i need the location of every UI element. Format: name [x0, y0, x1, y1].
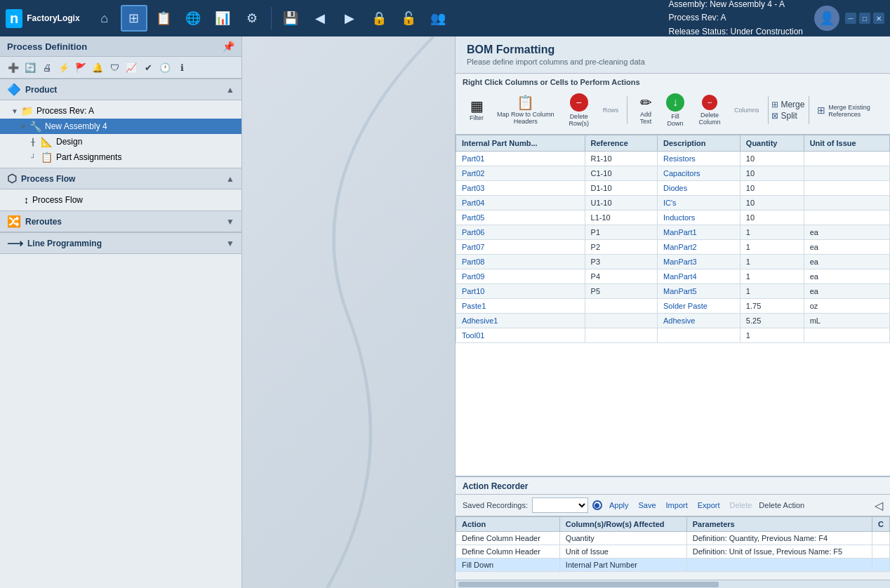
delete-button[interactable]: Delete — [727, 500, 755, 511]
ar-col-c: C — [872, 517, 890, 532]
table-row[interactable]: Part05L1-10Inductors10 — [456, 211, 890, 225]
table-row[interactable]: Part01R1-10Resistors10 — [456, 152, 890, 166]
filter-label: Filter — [470, 114, 484, 121]
product-section-header[interactable]: 🔷 Product ▲ — [0, 79, 241, 100]
tree-item-process-rev[interactable]: ▼ 📁 Process Rev: A — [0, 103, 241, 119]
settings-icon[interactable]: ⚙ — [239, 5, 265, 32]
design-icon: 📐 — [41, 136, 53, 147]
delete-rows-icon: − — [570, 93, 588, 112]
check-btn[interactable]: ✔ — [140, 60, 156, 75]
saved-recordings-select[interactable] — [532, 497, 588, 513]
split-icon: ⊠ — [771, 111, 778, 121]
filter-button[interactable]: ▦ Filter — [463, 96, 491, 124]
saved-recordings-label: Saved Recordings: — [463, 501, 528, 509]
refresh-btn[interactable]: 🔄 — [22, 60, 38, 75]
user-admin-icon[interactable]: 👥 — [425, 5, 451, 32]
reroutes-section-header[interactable]: 🔀 Reroutes ▼ — [0, 211, 241, 232]
bom-header: BOM Formatting Please define import colu… — [456, 36, 890, 74]
table-row[interactable]: Part02C1-10Capacitors10 — [456, 166, 890, 181]
bolt-btn[interactable]: ⚡ — [56, 60, 72, 75]
process-flow-section-header[interactable]: ⬡ Process Flow ▲ — [0, 168, 241, 189]
expand-icon: ▼ — [11, 107, 21, 115]
table-row[interactable]: Part07P2ManPart21ea — [456, 240, 890, 255]
import-icon[interactable]: 📋 — [150, 5, 177, 32]
table-row[interactable]: Tool011 — [456, 328, 890, 343]
delete-col-label: Delete Column — [695, 112, 724, 126]
import-button[interactable]: Import — [663, 500, 691, 511]
bom-subtitle: Please define import columns and pre-cle… — [467, 58, 879, 66]
apply-button[interactable]: Apply — [606, 500, 632, 511]
process-flow-arrow-icon: ▲ — [226, 174, 234, 184]
apply-radio[interactable] — [592, 500, 602, 510]
bom-table-container[interactable]: Internal Part Numb... Reference Descript… — [456, 135, 890, 476]
pin-icon[interactable]: 📌 — [222, 41, 234, 52]
process-canvas: Load Design Files Set CAD Options: Set t… — [242, 36, 455, 588]
ar-table-row[interactable]: Fill DownInternal Part Number — [456, 559, 890, 572]
chart-btn[interactable]: 📈 — [124, 60, 139, 75]
table-row[interactable]: Part03D1-10Diodes10 — [456, 181, 890, 196]
minimize-button[interactable]: ─ — [845, 13, 856, 24]
close-button[interactable]: ✕ — [873, 13, 884, 24]
ar-horizontal-scroll[interactable] — [456, 580, 890, 588]
bell-btn[interactable]: 🔔 — [90, 60, 105, 75]
table-row[interactable]: Part04U1-10IC's10 — [456, 196, 890, 211]
print-btn[interactable]: 🖨 — [39, 60, 55, 75]
ar-table-body: Define Column HeaderQuantityDefinition: … — [456, 532, 890, 572]
add-btn[interactable]: ➕ — [6, 60, 21, 75]
table-row[interactable]: Part10P5ManPart51ea — [456, 284, 890, 299]
table-row[interactable]: Part06P1ManPart11ea — [456, 225, 890, 240]
line-programming-section-header[interactable]: ⟶ Line Programming ▼ — [0, 232, 241, 254]
grid-icon[interactable]: ⊞ — [121, 5, 147, 32]
delete-col-button[interactable]: − Delete Column — [691, 92, 729, 128]
toolbar-separator-2 — [768, 96, 769, 124]
delete-rows-button[interactable]: − Delete Row(s) — [560, 91, 597, 130]
col-header-ref[interactable]: Reference — [585, 135, 657, 152]
globe-icon[interactable]: 🌐 — [180, 5, 206, 32]
col-header-desc[interactable]: Description — [658, 135, 740, 152]
add-text-button[interactable]: ✏ Add Text — [632, 93, 660, 128]
tree-item-process-flow[interactable]: ↕ Process Flow — [0, 192, 241, 208]
info-btn[interactable]: ℹ — [174, 60, 190, 75]
table-row[interactable]: Paste1Solder Paste1.75oz — [456, 299, 890, 314]
save-button[interactable]: Save — [635, 500, 658, 511]
ar-table-row[interactable]: Define Column HeaderUnit of IssueDefinit… — [456, 545, 890, 559]
lock-icon[interactable]: 🔒 — [366, 5, 392, 32]
home-icon[interactable]: ⌂ — [91, 5, 118, 32]
tree-item-part-assignments[interactable]: ┘ 📋 Part Assignments — [0, 149, 241, 165]
topbar: n FactoryLogix ⌂ ⊞ 📋 🌐 📊 ⚙ 💾 ◀ ▶ 🔒 🔓 👥 A… — [0, 0, 890, 36]
tree-item-design[interactable]: ╂ 📐 Design — [0, 134, 241, 149]
panel-header: Process Definition 📌 — [0, 36, 241, 57]
col-header-uoi[interactable]: Unit of Issue — [804, 135, 889, 152]
redo-icon[interactable]: ▶ — [336, 5, 363, 32]
report-icon[interactable]: 📊 — [209, 5, 236, 32]
fill-down-button[interactable]: ↓ Fill Down — [661, 91, 689, 130]
product-section-title: 🔷 Product — [7, 83, 57, 96]
scroll-right-icon[interactable]: ◁ — [875, 499, 883, 512]
ar-table-row[interactable]: Define Column HeaderQuantityDefinition: … — [456, 532, 890, 545]
export-button[interactable]: Export — [695, 500, 723, 511]
undo-icon[interactable]: ◀ — [307, 5, 333, 32]
map-row-button[interactable]: 📋 Map Row to Column Headers — [492, 93, 559, 128]
flag-btn[interactable]: 🚩 — [73, 60, 88, 75]
table-row[interactable]: Adhesive1Adhesive5.25mL — [456, 314, 890, 328]
scrollbar-thumb[interactable] — [458, 582, 719, 587]
unlock-icon[interactable]: 🔓 — [395, 5, 422, 32]
merge-split-button[interactable]: ⊞ Merge ⊠ Split — [772, 97, 804, 123]
clock-btn[interactable]: 🕐 — [157, 60, 173, 75]
table-row[interactable]: Part09P4ManPart41ea — [456, 269, 890, 284]
action-recorder: Action Recorder Saved Recordings: Apply … — [456, 476, 890, 588]
expand-icon-sm: ╂ — [31, 138, 41, 146]
save-icon[interactable]: 💾 — [277, 5, 304, 32]
delete-col-icon: − — [702, 95, 717, 110]
columns-group-label: Columns — [730, 107, 764, 114]
maximize-button[interactable]: □ — [859, 13, 870, 24]
user-avatar[interactable]: 👤 — [814, 6, 839, 31]
panel-toolbar: ➕ 🔄 🖨 ⚡ 🚩 🔔 🛡 📈 ✔ 🕐 ℹ — [0, 57, 241, 79]
tree-item-new-assembly[interactable]: ▼ 🔧 New Assembly 4 — [0, 119, 241, 134]
shield-btn[interactable]: 🛡 — [107, 60, 122, 75]
table-row[interactable]: Part08P3ManPart31ea — [456, 255, 890, 269]
merge-existing-button[interactable]: ⊞ Merge Existing References — [813, 100, 883, 121]
col-header-qty[interactable]: Quantity — [740, 135, 804, 152]
process-flow-tree: ↕ Process Flow — [0, 189, 241, 211]
col-header-part[interactable]: Internal Part Numb... — [456, 135, 585, 152]
